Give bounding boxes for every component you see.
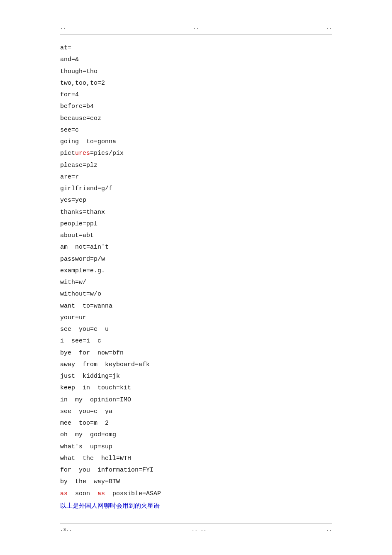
list-item: two,too,to=2 [60,78,332,89]
bottom-footer: .s.. .. .. .. [60,523,332,533]
list-item: i see=i c [60,336,332,347]
list-item: please=plz [60,160,332,171]
list-item: your=ur [60,313,332,323]
list-item: without=w/o [60,289,332,300]
list-item: what the hell=WTH [60,453,332,464]
top-nav-left: .. [60,25,66,31]
list-item-asap: as soon as possible=ASAP [60,489,332,499]
list-item: am not=ain't [60,242,332,253]
list-item: mee too=m 2 [60,418,332,429]
top-nav-right: .. [326,25,332,31]
list-item: example=e.g. [60,266,332,276]
list-item: thanks=thanx [60,207,332,218]
top-navigation: .. .. .. [60,25,332,31]
list-item: and=& [60,54,332,65]
list-item: going to=gonna [60,137,332,147]
list-item: people=ppl [60,219,332,230]
list-item: just kidding=jk [60,371,332,382]
list-item: oh my god=omg [60,430,332,440]
list-item: yes=yep [60,195,332,206]
list-item: though=tho [60,66,332,77]
list-item: pictures=pics/pix [60,148,332,159]
list-item: with=w/ [60,277,332,288]
list-item: are=r [60,172,332,183]
list-item: because=coz [60,113,332,124]
list-item: what's up=sup [60,442,332,452]
list-item: about=abt [60,230,332,241]
list-item: in my opinion=IMO [60,395,332,406]
list-item: away from keyboard=afk [60,359,332,370]
content-list: at= and=& though=tho two,too,to=2 for=4 … [60,43,332,512]
list-item: girlfriend=g/f [60,183,332,194]
list-item: for you information=FYI [60,465,332,476]
list-item: for=4 [60,90,332,100]
footer-center: .. .. [192,527,207,533]
top-nav-center: .. [193,25,199,31]
list-item: want to=wanna [60,301,332,312]
list-item: bye for now=bfn [60,348,332,359]
page-container: .. .. .. at= and=& though=tho two,too,to… [0,0,392,545]
footer-left: .s.. [60,527,72,533]
list-item: see you=c ya [60,406,332,417]
top-rule [60,34,332,34]
list-item: see you=c u [60,324,332,335]
list-item: before=b4 [60,101,332,112]
chinese-note: 以上是外国人网聊时会用到的火星语 [60,501,332,512]
list-item: see=c [60,125,332,136]
list-item: keep in touch=kit [60,383,332,394]
list-item: at= [60,43,332,54]
list-item: by the way=BTW [60,477,332,487]
list-item: password=p/w [60,254,332,265]
footer-right: .. [326,527,332,533]
